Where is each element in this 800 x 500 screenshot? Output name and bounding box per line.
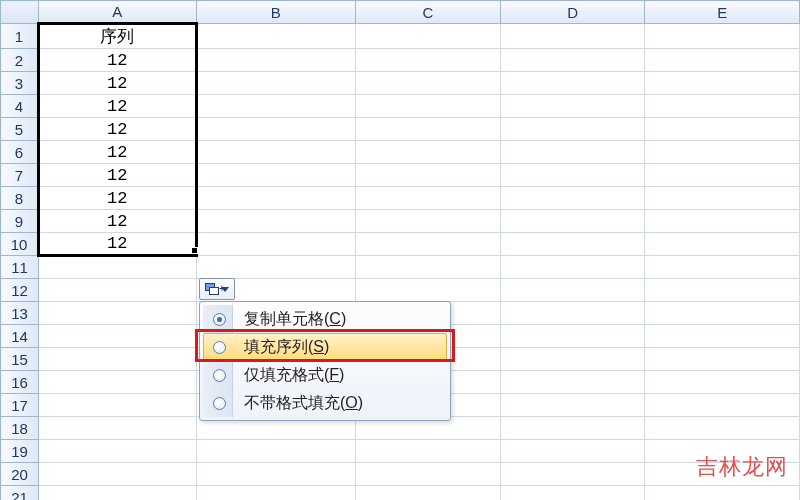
cell-A7[interactable]: 12 — [38, 164, 196, 187]
cell-A12[interactable] — [38, 279, 196, 302]
cell-B11[interactable] — [196, 256, 356, 279]
cell-B10[interactable] — [196, 233, 356, 256]
cell-A11[interactable] — [38, 256, 196, 279]
cell-D15[interactable] — [500, 348, 645, 371]
col-header-E[interactable]: E — [645, 1, 800, 24]
cell-E6[interactable] — [645, 141, 800, 164]
cell-E16[interactable] — [645, 371, 800, 394]
cell-D19[interactable] — [500, 440, 645, 463]
cell-E17[interactable] — [645, 394, 800, 417]
cell-D20[interactable] — [500, 463, 645, 486]
cell-C5[interactable] — [356, 118, 501, 141]
cell-E14[interactable] — [645, 325, 800, 348]
row-header-8[interactable]: 8 — [1, 187, 39, 210]
cell-E10[interactable] — [645, 233, 800, 256]
select-all-corner[interactable] — [1, 1, 39, 24]
cell-B20[interactable] — [196, 463, 356, 486]
cell-C8[interactable] — [356, 187, 501, 210]
cell-B9[interactable] — [196, 210, 356, 233]
col-header-D[interactable]: D — [500, 1, 645, 24]
cell-A21[interactable] — [38, 486, 196, 501]
cell-E11[interactable] — [645, 256, 800, 279]
cell-D5[interactable] — [500, 118, 645, 141]
cell-E18[interactable] — [645, 417, 800, 440]
row-header-7[interactable]: 7 — [1, 164, 39, 187]
cell-A20[interactable] — [38, 463, 196, 486]
cell-C3[interactable] — [356, 72, 501, 95]
cell-A8[interactable]: 12 — [38, 187, 196, 210]
cell-A17[interactable] — [38, 394, 196, 417]
cell-D6[interactable] — [500, 141, 645, 164]
cell-D21[interactable] — [500, 486, 645, 501]
row-header-18[interactable]: 18 — [1, 417, 39, 440]
cell-C4[interactable] — [356, 95, 501, 118]
cell-D10[interactable] — [500, 233, 645, 256]
cell-A14[interactable] — [38, 325, 196, 348]
cell-A16[interactable] — [38, 371, 196, 394]
row-header-13[interactable]: 13 — [1, 302, 39, 325]
cell-E12[interactable] — [645, 279, 800, 302]
cell-D18[interactable] — [500, 417, 645, 440]
cell-D17[interactable] — [500, 394, 645, 417]
cell-E4[interactable] — [645, 95, 800, 118]
cell-C21[interactable] — [356, 486, 501, 501]
cell-B5[interactable] — [196, 118, 356, 141]
cell-D8[interactable] — [500, 187, 645, 210]
cell-C10[interactable] — [356, 233, 501, 256]
autofill-menu-item-2[interactable]: 仅填充格式(F) — [203, 361, 447, 389]
row-header-9[interactable]: 9 — [1, 210, 39, 233]
cell-D4[interactable] — [500, 95, 645, 118]
cell-C2[interactable] — [356, 49, 501, 72]
autofill-menu-item-1[interactable]: 填充序列(S) — [203, 333, 447, 361]
cell-A4[interactable]: 12 — [38, 95, 196, 118]
cell-B1[interactable] — [196, 24, 356, 49]
col-header-B[interactable]: B — [196, 1, 356, 24]
cell-C12[interactable] — [356, 279, 501, 302]
col-header-A[interactable]: A — [38, 1, 196, 24]
cell-D11[interactable] — [500, 256, 645, 279]
row-header-11[interactable]: 11 — [1, 256, 39, 279]
cell-A15[interactable] — [38, 348, 196, 371]
autofill-menu-item-3[interactable]: 不带格式填充(O) — [203, 389, 447, 417]
row-header-21[interactable]: 21 — [1, 486, 39, 501]
cell-A19[interactable] — [38, 440, 196, 463]
fill-handle[interactable] — [191, 247, 198, 254]
cell-E9[interactable] — [645, 210, 800, 233]
cell-C6[interactable] — [356, 141, 501, 164]
autofill-menu-item-0[interactable]: 复制单元格(C) — [203, 305, 447, 333]
cell-A2[interactable]: 12 — [38, 49, 196, 72]
row-header-6[interactable]: 6 — [1, 141, 39, 164]
row-header-1[interactable]: 1 — [1, 24, 39, 49]
row-header-4[interactable]: 4 — [1, 95, 39, 118]
row-header-14[interactable]: 14 — [1, 325, 39, 348]
row-header-5[interactable]: 5 — [1, 118, 39, 141]
cell-B19[interactable] — [196, 440, 356, 463]
cell-D9[interactable] — [500, 210, 645, 233]
cell-C9[interactable] — [356, 210, 501, 233]
cell-E1[interactable] — [645, 24, 800, 49]
cell-A6[interactable]: 12 — [38, 141, 196, 164]
autofill-options-button[interactable]: + — [199, 278, 235, 300]
cell-C11[interactable] — [356, 256, 501, 279]
cell-B4[interactable] — [196, 95, 356, 118]
cell-E7[interactable] — [645, 164, 800, 187]
spreadsheet-grid[interactable]: A B C D E 1序列212312412512612712812912101… — [0, 0, 800, 500]
row-header-10[interactable]: 10 — [1, 233, 39, 256]
cell-A1[interactable]: 序列 — [38, 24, 196, 49]
cell-D2[interactable] — [500, 49, 645, 72]
cell-D1[interactable] — [500, 24, 645, 49]
cell-D13[interactable] — [500, 302, 645, 325]
cell-A10[interactable]: 12 — [38, 233, 196, 256]
cell-C19[interactable] — [356, 440, 501, 463]
cell-B21[interactable] — [196, 486, 356, 501]
cell-E5[interactable] — [645, 118, 800, 141]
cell-D12[interactable] — [500, 279, 645, 302]
cell-E8[interactable] — [645, 187, 800, 210]
cell-A5[interactable]: 12 — [38, 118, 196, 141]
cell-E3[interactable] — [645, 72, 800, 95]
cell-A9[interactable]: 12 — [38, 210, 196, 233]
cell-E13[interactable] — [645, 302, 800, 325]
row-header-15[interactable]: 15 — [1, 348, 39, 371]
row-header-12[interactable]: 12 — [1, 279, 39, 302]
row-header-3[interactable]: 3 — [1, 72, 39, 95]
